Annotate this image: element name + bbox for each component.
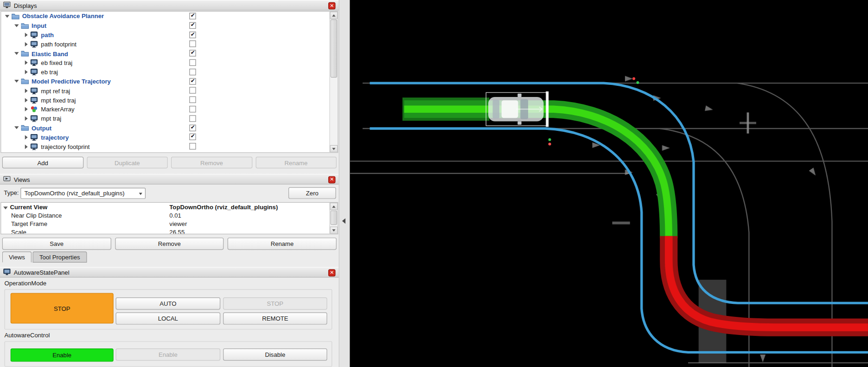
tree-item-path-footprint[interactable]: path footprint xyxy=(1,39,338,49)
tab-tool-properties[interactable]: Tool Properties xyxy=(33,251,87,263)
chevron-down-icon[interactable] xyxy=(3,206,8,209)
duplicate-button[interactable]: Duplicate xyxy=(87,157,168,168)
current-view-value: TopDownOrtho (rviz_default_plugins) xyxy=(169,204,338,210)
view-type-row: Type: TopDownOrtho (rviz_default_plugins… xyxy=(0,187,339,200)
display-icon xyxy=(31,116,39,122)
scrollbar-thumb[interactable] xyxy=(331,19,337,77)
remove-button[interactable]: Remove xyxy=(171,157,252,168)
tree-item-input[interactable]: Input xyxy=(1,21,338,30)
tree-item-obstacle-avoidance-planner[interactable]: Obstacle Avoidance Planner xyxy=(1,12,338,21)
enable-button[interactable]: Enable xyxy=(116,348,221,361)
expander-down-icon[interactable] xyxy=(14,24,19,27)
dock-splitter[interactable] xyxy=(339,0,351,367)
rviz-3d-scene[interactable] xyxy=(350,0,868,367)
enabled-checkbox[interactable] xyxy=(189,87,196,94)
expander-right-icon[interactable] xyxy=(23,116,29,121)
enabled-checkbox[interactable] xyxy=(189,134,196,140)
expander-right-icon[interactable] xyxy=(23,135,29,140)
enabled-checkbox[interactable] xyxy=(189,78,196,84)
tree-item-mpt-fixed-traj[interactable]: mpt fixed traj xyxy=(1,96,338,105)
views-table-scrollbar[interactable] xyxy=(329,203,338,234)
display-icon xyxy=(31,97,39,103)
tree-item-markerarray[interactable]: MarkerArray xyxy=(1,105,338,114)
tree-item-label: trajectory footprint xyxy=(41,143,89,150)
tree-item-eb-traj[interactable]: eb traj xyxy=(1,67,338,77)
enabled-checkbox[interactable] xyxy=(189,59,196,66)
autoware-control-group: Enable Enable Disable xyxy=(5,341,332,367)
expander-down-icon[interactable] xyxy=(14,80,19,83)
view-rename-button[interactable]: Rename xyxy=(228,238,337,250)
tree-item-trajectory-footprint[interactable]: trajectory footprint xyxy=(1,142,338,151)
enabled-checkbox[interactable] xyxy=(189,115,196,122)
displays-close-icon[interactable]: ✕ xyxy=(328,2,336,10)
tree-item-mpt-ref-traj[interactable]: mpt ref traj xyxy=(1,86,338,95)
expander-right-icon[interactable] xyxy=(23,32,29,37)
view-type-value: TopDownOrtho (rviz_default_plugins) xyxy=(25,190,125,196)
stop-button[interactable]: STOP xyxy=(223,297,327,309)
expander-right-icon[interactable] xyxy=(23,89,29,93)
scroll-up-icon[interactable] xyxy=(330,12,338,19)
scroll-up-icon[interactable] xyxy=(330,203,338,210)
folder-icon xyxy=(21,125,30,131)
enabled-checkbox[interactable] xyxy=(189,106,196,112)
tree-item-label: path footprint xyxy=(41,41,77,47)
enabled-checkbox[interactable] xyxy=(189,13,196,19)
tab-views[interactable]: Views xyxy=(2,251,32,263)
expander-right-icon[interactable] xyxy=(23,98,29,103)
tree-item-model-predictive-trajectory[interactable]: Model Predictive Trajectory xyxy=(1,77,338,86)
enabled-checkbox[interactable] xyxy=(189,97,196,103)
expander-right-icon[interactable] xyxy=(23,107,29,112)
add-button[interactable]: Add xyxy=(2,157,83,168)
enabled-checkbox[interactable] xyxy=(189,50,196,57)
displays-tree-scrollbar[interactable] xyxy=(329,12,338,152)
rename-button[interactable]: Rename xyxy=(255,157,337,168)
view-type-select[interactable]: TopDownOrtho (rviz_default_plugins) xyxy=(20,188,146,199)
tree-item-path[interactable]: path xyxy=(1,30,338,39)
enabled-checkbox[interactable] xyxy=(189,143,196,149)
enabled-checkbox[interactable] xyxy=(189,124,196,131)
expander-right-icon[interactable] xyxy=(23,144,29,149)
expander-down-icon[interactable] xyxy=(14,52,19,55)
enabled-checkbox[interactable] xyxy=(189,22,196,29)
render-viewport[interactable] xyxy=(350,0,868,367)
autoware-close-icon[interactable]: ✕ xyxy=(328,269,336,277)
autoware-state-panel-titlebar[interactable]: AutowareStatePanel ✕ xyxy=(0,267,339,277)
views-panel-titlebar[interactable]: Views ✕ xyxy=(0,174,339,185)
disable-button[interactable]: Disable xyxy=(223,348,327,361)
tree-item-label: mpt traj xyxy=(41,116,61,122)
zero-button[interactable]: Zero xyxy=(288,187,336,199)
remote-button[interactable]: REMOTE xyxy=(223,312,327,324)
expander-right-icon[interactable] xyxy=(23,61,29,65)
tree-item-elastic-band[interactable]: Elastic Band xyxy=(1,49,338,58)
tree-item-eb-fixed-traj[interactable]: eb fixed traj xyxy=(1,58,338,67)
displays-panel-titlebar[interactable]: Displays ✕ xyxy=(0,0,339,11)
display-icon xyxy=(31,87,39,94)
display-icon xyxy=(31,69,39,75)
collapse-left-icon[interactable] xyxy=(342,218,345,224)
tree-item-output[interactable]: Output xyxy=(1,123,338,133)
auto-button[interactable]: AUTO xyxy=(116,297,221,309)
tree-item-trajectory[interactable]: trajectory xyxy=(1,133,338,142)
property-row-scale[interactable]: Scale26.55 xyxy=(1,228,338,234)
enabled-checkbox[interactable] xyxy=(189,41,196,47)
scroll-down-icon[interactable] xyxy=(330,145,338,153)
folder-icon xyxy=(12,13,20,19)
enabled-checkbox[interactable] xyxy=(189,32,196,38)
save-button[interactable]: Save xyxy=(2,238,111,250)
property-row-near-clip-distance[interactable]: Near Clip Distance0.01 xyxy=(1,211,338,219)
expander-down-icon[interactable] xyxy=(5,15,10,18)
property-row-target-frame[interactable]: Target Frameviewer xyxy=(1,219,338,228)
enabled-checkbox[interactable] xyxy=(189,69,196,75)
local-button[interactable]: LOCAL xyxy=(116,312,221,324)
display-icon xyxy=(31,134,39,141)
scrollbar-thumb[interactable] xyxy=(331,211,337,225)
current-view-row[interactable]: Current View TopDownOrtho (rviz_default_… xyxy=(1,203,338,211)
scroll-down-icon[interactable] xyxy=(330,226,338,234)
expander-right-icon[interactable] xyxy=(23,42,29,46)
expander-right-icon[interactable] xyxy=(23,70,29,75)
expander-down-icon[interactable] xyxy=(14,127,19,129)
views-close-icon[interactable]: ✕ xyxy=(328,176,336,184)
view-remove-button[interactable]: Remove xyxy=(115,238,224,250)
tree-item-label: eb traj xyxy=(41,69,58,75)
tree-item-mpt-traj[interactable]: mpt traj xyxy=(1,114,338,123)
